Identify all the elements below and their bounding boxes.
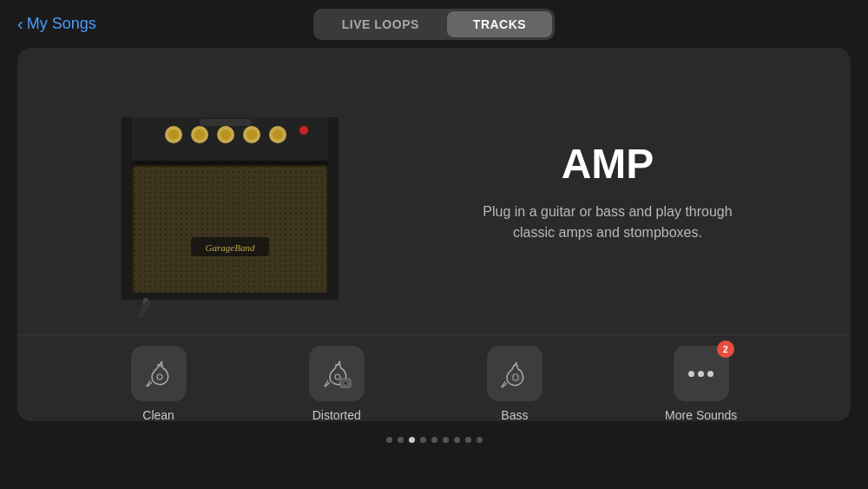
back-label: My Songs [27,15,96,33]
amp-visual: GarageBand [95,65,356,317]
svg-rect-24 [328,117,339,300]
amp-image-area: GarageBand [52,65,399,317]
back-button[interactable]: ‹ My Songs [17,14,96,34]
amp-showcase: GarageBand AMP Plug in a guitar [17,48,851,334]
page-dot-8[interactable] [465,437,471,443]
svg-point-31 [335,374,340,380]
amp-info: AMP Plug in a guitar or bass and play th… [399,122,816,261]
preset-distorted-label: Distorted [312,408,361,421]
preset-bass-icon-wrap [487,346,542,401]
svg-point-28 [157,374,162,380]
svg-rect-23 [122,117,132,300]
svg-rect-15 [200,119,252,126]
tab-live-loops[interactable]: LIVE LOOPS [316,11,445,37]
page-dot-4[interactable] [420,437,426,443]
more-dot-2 [698,371,704,377]
svg-rect-22 [122,293,339,300]
page-dot-7[interactable] [454,437,460,443]
preset-bass[interactable]: Bass [487,346,542,421]
preset-clean-label: Clean [142,408,174,421]
page-dot-6[interactable] [443,437,449,443]
svg-point-34 [343,381,347,386]
tab-switcher: LIVE LOOPS TRACKS [313,9,555,40]
svg-point-11 [247,129,257,140]
preset-clean[interactable]: Clean [131,346,187,421]
page-dot-2[interactable] [398,437,404,443]
page-dot-9[interactable] [477,437,483,443]
more-sounds-badge: 2 [717,340,734,358]
svg-rect-19 [134,167,326,294]
more-sounds-dots-icon [686,358,717,389]
guitar-distorted-icon [321,358,352,389]
amp-image: GarageBand [95,65,356,317]
more-dot-1 [688,371,694,377]
chevron-left-icon: ‹ [17,14,23,34]
page-dot-5[interactable] [431,437,437,443]
main-content: GarageBand AMP Plug in a guitar [17,48,851,421]
preset-more-sounds-icon-wrap: 2 [674,346,729,401]
preset-more-sounds[interactable]: 2 More Sounds [665,346,737,421]
amp-title: AMP [417,140,799,188]
svg-point-7 [194,129,205,140]
svg-rect-3 [122,143,339,161]
svg-rect-35 [513,374,518,380]
preset-more-sounds-label: More Sounds [665,408,737,421]
guitar-bass-icon [499,358,530,389]
sound-presets: Clean Distorted [17,334,851,421]
preset-distorted[interactable]: Distorted [309,346,365,421]
preset-distorted-icon-wrap [309,346,365,401]
page-dot-3[interactable] [409,437,415,443]
svg-text:GarageBand: GarageBand [206,242,255,253]
guitar-clean-icon [143,358,174,389]
tab-tracks[interactable]: TRACKS [447,11,552,37]
header: ‹ My Songs LIVE LOOPS TRACKS [0,0,868,48]
more-dot-3 [707,371,713,377]
preset-bass-label: Bass [501,408,528,421]
page-dots [0,430,868,450]
amp-description: Plug in a guitar or bass and play throug… [469,202,746,243]
svg-point-14 [299,126,308,135]
page-dot-1[interactable] [386,437,392,443]
svg-point-9 [220,129,231,140]
preset-clean-icon-wrap [131,346,187,401]
svg-point-13 [273,129,283,140]
svg-point-5 [168,129,179,140]
